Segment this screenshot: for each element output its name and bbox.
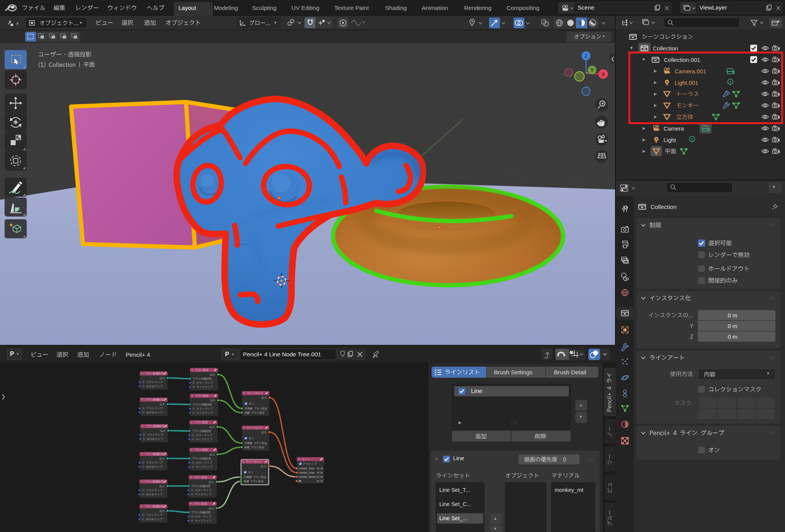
svg-text:❮: ❮ [611,56,615,61]
svg-text:LineSet_Torus: LineSet_Torus [299,467,315,470]
svg-text:Y: Y [591,67,594,73]
svg-text:Z: Z [584,53,588,59]
svg-text:X: X [602,71,605,77]
svg-text:LineSet_Monke: LineSet_Monke [299,475,316,479]
svg-text:LineSet_Cube: LineSet_Cube [299,471,315,474]
